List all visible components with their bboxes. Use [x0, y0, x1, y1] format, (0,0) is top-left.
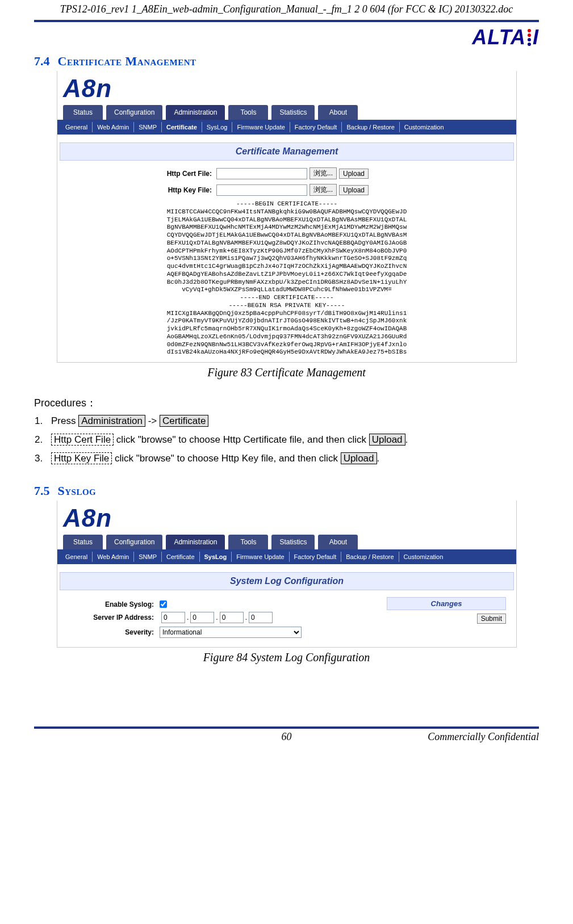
certificate-screenshot: A8n Status Configuration Administration … [57, 71, 517, 363]
http-key-file-input[interactable] [216, 184, 307, 196]
subnav-certificate[interactable]: Certificate [162, 122, 202, 132]
section-7-5-number: 7.5 [34, 484, 50, 498]
tab-configuration[interactable]: Configuration [106, 105, 162, 120]
tab-status-2[interactable]: Status [63, 535, 103, 549]
upload-reference-2: Upload [341, 452, 377, 464]
http-key-file-reference: Http Key File [51, 452, 112, 464]
subnav-general[interactable]: General [61, 122, 93, 132]
subnav2-factory-default[interactable]: Factory Default [290, 552, 342, 562]
syslog-panel-title: System Log Configuration [60, 572, 514, 590]
figure-84-caption: Figure 84 System Log Configuration [34, 651, 539, 664]
ip-part-4[interactable] [249, 612, 273, 623]
tab-administration-2[interactable]: Administration [166, 535, 225, 549]
procedure-step-1: Press Administration -> Certificate [45, 413, 539, 429]
certificate-panel-title: Certificate Management [60, 142, 514, 161]
http-cert-file-reference: Http Cert File [51, 434, 114, 446]
page-number: 60 [202, 731, 370, 743]
syslog-screenshot: A8n Status Configuration Administration … [57, 501, 517, 648]
http-cert-file-input[interactable] [216, 168, 307, 179]
footer-confidential: Commercially Confidential [371, 731, 539, 743]
subnav2-certificate[interactable]: Certificate [162, 552, 200, 562]
severity-select[interactable]: Informational [160, 627, 302, 638]
subnav-snmp[interactable]: SNMP [134, 122, 162, 132]
key-browse-button[interactable]: 浏览... [309, 184, 337, 196]
tab-administration[interactable]: Administration [166, 105, 225, 120]
http-cert-file-label: Http Cert File: [57, 170, 216, 178]
subnav2-snmp[interactable]: SNMP [134, 552, 162, 562]
subnav2-firmware-update[interactable]: Firmware Update [232, 552, 289, 562]
upload-reference: Upload [369, 434, 405, 446]
enable-syslog-label: Enable Syslog: [63, 600, 160, 608]
section-7-4-number: 7.4 [34, 54, 50, 69]
tab-statistics[interactable]: Statistics [271, 105, 315, 120]
severity-label: Severity: [63, 628, 160, 636]
http-key-file-label: Http Key File: [57, 186, 216, 194]
figure-83-caption: Figure 83 Certificate Management [34, 366, 539, 379]
product-logo: A8n [63, 74, 112, 102]
tab-statistics-2[interactable]: Statistics [271, 535, 315, 549]
product-logo-2: A8n [63, 504, 112, 532]
section-7-4-title: Certificate Management [58, 54, 196, 69]
subnav-factory-default[interactable]: Factory Default [290, 122, 342, 132]
subnav2-backup-restore[interactable]: Backup / Restore [341, 552, 399, 562]
tab-about[interactable]: About [318, 105, 358, 120]
procedures-heading: Procedures： [34, 396, 539, 410]
administration-reference: Administration [78, 415, 145, 427]
ip-part-2[interactable] [190, 612, 214, 623]
submit-button[interactable]: Submit [477, 614, 506, 624]
subnav-backup-restore[interactable]: Backup / Restore [342, 122, 399, 132]
procedure-step-2: Http Cert File click "browse" to choose … [45, 432, 539, 447]
doc-title: TPS12-016_rev1 1_A8Ein_web-admin_Configu… [34, 0, 539, 19]
subnav2-web-admin[interactable]: Web Admin [93, 552, 134, 562]
tab-configuration-2[interactable]: Configuration [106, 535, 162, 549]
altai-logo: ALTA I [472, 26, 539, 49]
tab-about-2[interactable]: About [318, 535, 358, 549]
server-ip-label: Server IP Address: [63, 614, 160, 621]
certificate-text-block: -----BEGIN CERTIFICATE----- MIICBTCCAW4C… [57, 198, 516, 362]
cert-upload-button[interactable]: Upload [339, 169, 369, 179]
ip-part-3[interactable] [220, 612, 244, 623]
tab-tools-2[interactable]: Tools [228, 535, 268, 549]
subnav2-customization[interactable]: Customization [399, 552, 448, 562]
subnav-customization[interactable]: Customization [400, 122, 449, 132]
subnav-firmware-update[interactable]: Firmware Update [232, 122, 290, 132]
subnav2-syslog[interactable]: SysLog [200, 552, 232, 562]
changes-panel-title: Changes [387, 597, 506, 610]
key-upload-button[interactable]: Upload [339, 185, 369, 195]
subnav-web-admin[interactable]: Web Admin [93, 122, 134, 132]
tab-tools[interactable]: Tools [228, 105, 268, 120]
procedure-step-3: Http Key File click "browse" to choose H… [45, 451, 539, 466]
tab-status[interactable]: Status [63, 105, 103, 120]
certificate-reference: Certificate [160, 415, 209, 427]
ip-part-1[interactable] [161, 612, 185, 623]
section-7-5-title: Syslog [58, 484, 97, 498]
subnav-syslog[interactable]: SysLog [202, 122, 233, 132]
cert-browse-button[interactable]: 浏览... [309, 167, 337, 179]
enable-syslog-checkbox[interactable] [160, 600, 167, 608]
subnav2-general[interactable]: General [61, 552, 93, 562]
